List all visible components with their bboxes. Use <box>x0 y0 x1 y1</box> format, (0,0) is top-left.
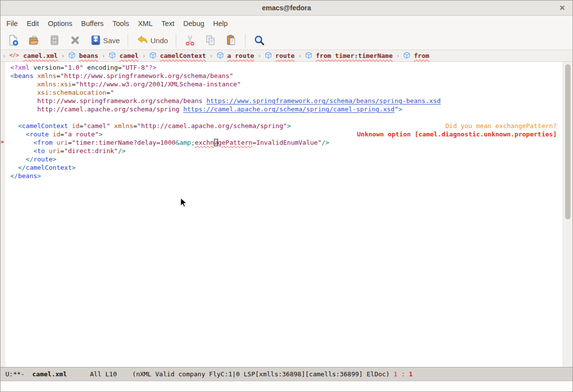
code-line-11: <to uri="direct:drink"/> <box>10 147 563 155</box>
toolbar-separator <box>176 34 176 47</box>
cube-icon <box>265 52 272 60</box>
code-token-elem: beans <box>14 72 33 80</box>
copy-button[interactable] <box>200 33 221 48</box>
code-token-plain <box>110 122 114 130</box>
editor-buffer[interactable]: » <?xml version="1.0" encoding="UTF-8"?>… <box>0 62 573 367</box>
close-buffer-icon <box>69 34 81 46</box>
code-token-plain <box>10 88 37 97</box>
cut-button[interactable] <box>180 33 200 48</box>
breadcrumb-item-camel-xml[interactable]: </>camel.xml <box>9 52 57 60</box>
code-token-elem: camelContext <box>26 163 72 172</box>
modeline-segment: 1 <box>409 370 413 378</box>
menu-item-edit[interactable]: Edit <box>22 17 43 30</box>
code-line-6: http://camel.apache.org/schema/spring ht… <box>10 105 563 113</box>
code-token-plain <box>10 155 26 163</box>
scrollbar-thumb[interactable] <box>565 64 571 219</box>
code-token-plain: version= <box>29 63 64 72</box>
code-token-elem: route <box>29 130 49 138</box>
scrollbar[interactable] <box>563 62 573 367</box>
breadcrumb-item-label: from timer:timerName <box>316 52 393 59</box>
code-token-delim: </ <box>26 155 33 163</box>
code-token-delim: < <box>33 147 37 155</box>
code-token-plain: = <box>72 80 76 88</box>
code-token-delim: > <box>99 130 103 138</box>
toolbar-button-label: Save <box>103 36 120 45</box>
code-token-plain <box>10 138 33 147</box>
breadcrumb-separator: › <box>298 52 301 59</box>
breadcrumb-item-a-route[interactable]: a route <box>217 52 254 60</box>
menu-item-text[interactable]: Text <box>157 17 179 30</box>
cube-icon <box>68 52 76 60</box>
tool-bar: SaveUndo <box>0 31 573 50</box>
code-token-delim: /> <box>118 147 126 155</box>
breadcrumb-item-camel[interactable]: camel <box>109 52 138 60</box>
code-line-5: http://www.springframework.org/schema/be… <box>10 97 563 105</box>
code-token-elem: beans <box>18 172 37 180</box>
title-bar: emacs@fedora × <box>0 0 573 16</box>
menu-item-tools[interactable]: Tools <box>108 17 134 30</box>
schema-link[interactable]: https://camel.apache.org/schema/spring/c… <box>183 105 394 113</box>
breadcrumb-separator: › <box>396 52 400 59</box>
code-token-delim: < <box>18 122 22 130</box>
breadcrumb-item-camelcontext[interactable]: camelContext <box>149 52 206 60</box>
code-token-string-error: gePattern <box>218 138 252 147</box>
save-button[interactable]: Save <box>85 33 124 48</box>
code-token-plain: = <box>60 130 64 138</box>
breadcrumb-item-beans[interactable]: beans <box>68 52 98 60</box>
text-cursor: a <box>214 139 218 146</box>
paste-button[interactable] <box>221 33 242 48</box>
code-token-delim: > <box>53 155 56 163</box>
code-area[interactable]: <?xml version="1.0" encoding="UTF-8"?><b… <box>5 62 563 367</box>
close-buffer-button[interactable] <box>65 33 85 48</box>
echo-area <box>0 381 573 392</box>
code-token-string: http://camel.apache.org/schema/spring <box>37 105 183 113</box>
code-token-attr: id <box>53 130 60 138</box>
new-file-button[interactable] <box>3 33 24 48</box>
menu-item-xml[interactable]: XML <box>134 17 157 30</box>
breadcrumb-item-from-timer-timername[interactable]: from timer:timerName <box>305 52 393 60</box>
code-token-string: "direct:drink" <box>64 147 118 155</box>
code-token-plain: = <box>80 122 83 130</box>
file-cabinet-button[interactable] <box>44 33 65 48</box>
code-token-attr: id <box>72 122 80 130</box>
menu-item-options[interactable]: Options <box>43 17 77 30</box>
search-button[interactable] <box>249 33 270 48</box>
code-token-plain <box>45 147 49 155</box>
code-token-elem: camelContext <box>22 122 68 130</box>
code-token-plain: = <box>133 122 137 130</box>
code-line-2: <beans xmlns="http://www.springframework… <box>10 72 563 80</box>
open-file-button[interactable] <box>24 33 44 48</box>
menu-item-help[interactable]: Help <box>209 17 232 30</box>
svg-text:</>: </> <box>9 52 19 58</box>
code-token-pi: ?> <box>149 63 157 72</box>
breadcrumb-item-route[interactable]: route <box>265 52 295 60</box>
breadcrumb-item-label: camel.xml <box>23 52 57 59</box>
code-token-attr: xmlns <box>114 122 133 130</box>
window-close-icon[interactable]: × <box>557 2 568 13</box>
menu-item-debug[interactable]: Debug <box>179 17 209 30</box>
diagnostic-error: Unknown option [camel.diagnostic.unknown… <box>357 130 563 138</box>
code-token-string: " <box>110 88 114 97</box>
code-token-entity: &amp; <box>176 138 195 147</box>
code-line-9: <route id="a route">Unknown option [came… <box>10 130 563 138</box>
code-token-delim: > <box>287 122 291 130</box>
breadcrumb-separator: › <box>102 52 105 59</box>
menu-item-file[interactable]: File <box>2 17 22 30</box>
breadcrumb-item-label: route <box>275 52 295 59</box>
code-line-8: <camelContext id="camel" xmlns="http://c… <box>10 122 563 130</box>
code-token-plain: encoding= <box>83 63 122 72</box>
breadcrumb-item-label: camelContext <box>160 52 206 59</box>
breadcrumb: ›</>camel.xml›beans›camel›camelContext›a… <box>0 50 573 62</box>
code-token-string: "camel" <box>83 122 110 130</box>
code-token-plain <box>68 122 72 130</box>
code-token-delim: > <box>72 163 76 172</box>
code-line-14: </beans> <box>10 172 563 180</box>
code-token-delim: > <box>399 105 403 113</box>
menu-bar: FileEditOptionsBuffersToolsXMLTextDebugH… <box>0 16 573 31</box>
breadcrumb-item-from[interactable]: from <box>403 52 429 60</box>
menu-item-buffers[interactable]: Buffers <box>77 17 108 30</box>
breadcrumb-separator: › <box>61 52 65 59</box>
schema-link[interactable]: https://www.springframework.org/schema/b… <box>206 97 440 105</box>
undo-button[interactable]: Undo <box>132 33 172 48</box>
code-token-plain <box>49 130 53 138</box>
